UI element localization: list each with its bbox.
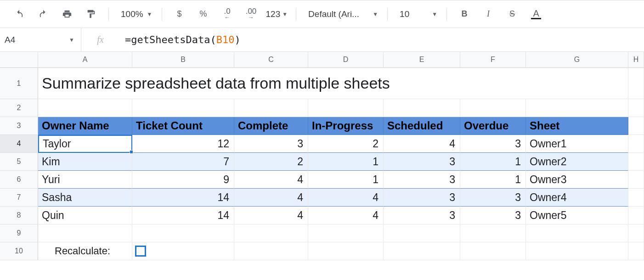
header-complete[interactable]: Complete: [234, 117, 308, 135]
cell[interactable]: [628, 135, 644, 153]
cell[interactable]: 14: [132, 189, 234, 207]
select-all-corner[interactable]: [0, 52, 38, 68]
row-header-1[interactable]: 1: [0, 68, 38, 99]
recalculate-checkbox[interactable]: [135, 246, 146, 257]
cell[interactable]: [234, 242, 308, 260]
cell[interactable]: [628, 171, 644, 189]
header-owner-name[interactable]: Owner Name: [38, 117, 132, 135]
col-header-F[interactable]: F: [460, 52, 526, 68]
cell[interactable]: 1: [460, 153, 526, 171]
cell[interactable]: [384, 224, 460, 242]
col-header-A[interactable]: A: [38, 52, 132, 68]
header-scheduled[interactable]: Scheduled: [384, 117, 460, 135]
print-button[interactable]: [58, 5, 76, 23]
redo-button[interactable]: [34, 5, 52, 23]
cell[interactable]: 3: [460, 207, 526, 224]
cell[interactable]: 2: [234, 153, 308, 171]
cell[interactable]: [460, 242, 526, 260]
row-header-5[interactable]: 5: [0, 153, 38, 171]
cell[interactable]: 3: [234, 135, 308, 153]
cell[interactable]: 4: [234, 171, 308, 189]
selection-handle[interactable]: [130, 150, 133, 154]
recalculate-label[interactable]: Recalculate:: [38, 242, 132, 260]
cell[interactable]: 14: [132, 207, 234, 224]
cell[interactable]: [384, 242, 460, 260]
row-header-8[interactable]: 8: [0, 207, 38, 224]
title-cell[interactable]: Summarize spreadsheet data from multiple…: [38, 68, 628, 99]
header-ticket-count[interactable]: Ticket Count: [132, 117, 234, 135]
undo-button[interactable]: [10, 5, 28, 23]
row-header-3[interactable]: 3: [0, 117, 38, 135]
cell[interactable]: [234, 99, 308, 117]
col-header-B[interactable]: B: [132, 52, 234, 68]
cell[interactable]: Kim: [38, 153, 132, 171]
formula-bar[interactable]: =getSheetsData(B10): [119, 34, 644, 45]
col-header-G[interactable]: G: [526, 52, 628, 68]
cell[interactable]: Quin: [38, 207, 132, 224]
cell[interactable]: [628, 117, 644, 135]
cell[interactable]: [38, 99, 132, 117]
header-sheet[interactable]: Sheet: [526, 117, 628, 135]
cell[interactable]: 4: [384, 135, 460, 153]
font-dropdown[interactable]: Default (Ari... ▼: [303, 5, 381, 23]
cell[interactable]: 3: [460, 135, 526, 153]
bold-button[interactable]: B: [455, 5, 474, 23]
cell[interactable]: [132, 99, 234, 117]
cell[interactable]: [460, 224, 526, 242]
col-header-H[interactable]: H: [628, 52, 644, 68]
col-header-C[interactable]: C: [234, 52, 308, 68]
more-formats-dropdown[interactable]: 123 ▼: [266, 5, 288, 23]
row-header-2[interactable]: 2: [0, 99, 38, 117]
cell[interactable]: 12: [132, 135, 234, 153]
cell[interactable]: [628, 68, 644, 99]
cell[interactable]: [132, 242, 234, 260]
cell[interactable]: Owner2: [526, 153, 628, 171]
cell[interactable]: [526, 242, 628, 260]
cell[interactable]: Owner4: [526, 189, 628, 207]
cell[interactable]: 4: [234, 189, 308, 207]
cell[interactable]: Owner1: [526, 135, 628, 153]
cell[interactable]: Owner5: [526, 207, 628, 224]
cell[interactable]: 3: [384, 207, 460, 224]
header-overdue[interactable]: Overdue: [460, 117, 526, 135]
cell[interactable]: Yuri: [38, 171, 132, 189]
cell[interactable]: [628, 153, 644, 171]
cell[interactable]: [308, 242, 384, 260]
cell[interactable]: [384, 99, 460, 117]
cell[interactable]: Sasha: [38, 189, 132, 207]
cell[interactable]: 7: [132, 153, 234, 171]
increase-decimal-button[interactable]: .00 →: [242, 5, 260, 23]
cell[interactable]: [38, 224, 132, 242]
currency-button[interactable]: $: [170, 5, 189, 23]
cell[interactable]: [132, 224, 234, 242]
row-header-10[interactable]: 10: [0, 242, 38, 260]
cell[interactable]: 4: [308, 189, 384, 207]
row-header-9[interactable]: 9: [0, 224, 38, 242]
paint-format-button[interactable]: [82, 5, 100, 23]
cell[interactable]: [308, 99, 384, 117]
decrease-decimal-button[interactable]: .0 ←: [218, 5, 237, 23]
cell[interactable]: 3: [460, 189, 526, 207]
cell[interactable]: 4: [308, 207, 384, 224]
row-header-6[interactable]: 6: [0, 171, 38, 189]
cell[interactable]: [526, 224, 628, 242]
name-box[interactable]: A4 ▼: [0, 28, 81, 51]
cell[interactable]: 1: [460, 171, 526, 189]
cell[interactable]: 1: [308, 171, 384, 189]
cell[interactable]: 4: [234, 207, 308, 224]
cell[interactable]: [628, 189, 644, 207]
cell[interactable]: 1: [308, 153, 384, 171]
cell[interactable]: [460, 99, 526, 117]
col-header-D[interactable]: D: [308, 52, 384, 68]
row-header-4[interactable]: 4: [0, 135, 38, 153]
strike-button[interactable]: S: [503, 5, 521, 23]
cell[interactable]: [628, 207, 644, 224]
cell[interactable]: [308, 224, 384, 242]
percent-button[interactable]: %: [194, 5, 213, 23]
font-size-dropdown[interactable]: 10 ▼: [394, 5, 440, 23]
row-header-7[interactable]: 7: [0, 189, 38, 207]
cell[interactable]: [628, 224, 644, 242]
cell[interactable]: [526, 99, 628, 117]
zoom-dropdown[interactable]: 100% ▼: [115, 5, 155, 23]
cell[interactable]: 9: [132, 171, 234, 189]
